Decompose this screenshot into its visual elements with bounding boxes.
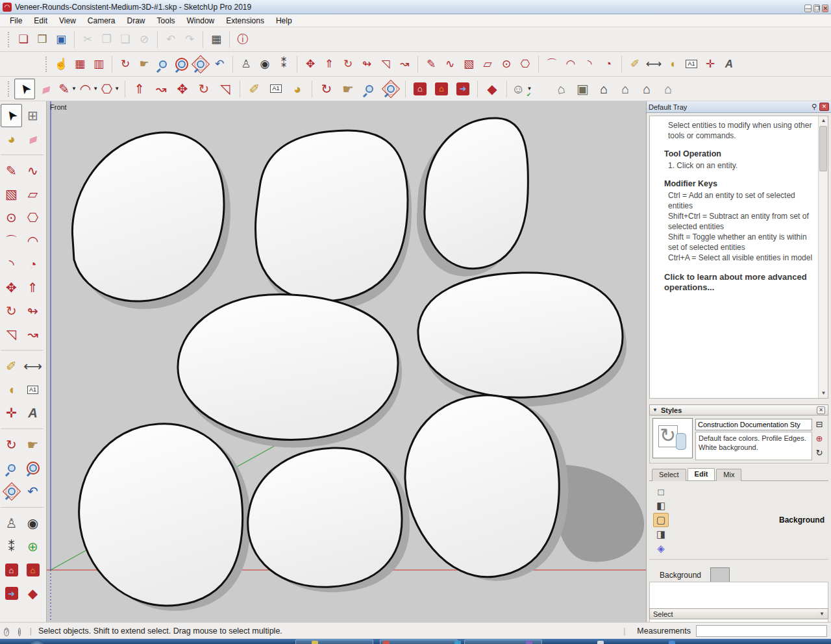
orbit-tool[interactable]: ↻	[1, 433, 22, 456]
tape-measure-tool[interactable]: ✐	[1, 354, 22, 378]
close-button[interactable]: ✕	[822, 5, 828, 12]
erase-button[interactable]: ⊘	[135, 31, 153, 49]
freehand-tool[interactable]: ∿	[22, 159, 43, 182]
select-tool[interactable]: ➤	[1, 104, 22, 127]
taskbar-app-button[interactable]	[380, 639, 458, 644]
toolbar-grip[interactable]	[8, 81, 11, 97]
two-point-arc-tool[interactable]: ◠	[562, 55, 580, 73]
text-tool[interactable]: A1	[22, 378, 43, 401]
redo-button[interactable]: ↷	[180, 31, 199, 49]
move-tool[interactable]: ✥	[172, 79, 193, 99]
axes-tool[interactable]: ✛	[701, 55, 719, 73]
taskbar-app-button[interactable]	[295, 639, 373, 644]
instructor-toggle-icon[interactable]: ?	[4, 628, 9, 636]
rotate-tool[interactable]: ↻	[193, 79, 214, 99]
extension-warehouse-button[interactable]: ⌂	[22, 558, 43, 582]
paint-bucket-tool[interactable]: ◕	[1, 127, 22, 151]
stone-2[interactable]	[256, 130, 408, 301]
taskbar-icon-hint[interactable]	[312, 641, 318, 644]
sign-in-button[interactable]: ☺✔▼	[511, 79, 532, 99]
left-view-button[interactable]: ⌂	[636, 79, 657, 99]
zoom-tool[interactable]	[1, 456, 22, 480]
circle-tool[interactable]: ⊙	[1, 206, 22, 229]
text-tool[interactable]: A1	[682, 55, 701, 73]
protractor-tool[interactable]: ◖	[1, 378, 22, 401]
make-component-tool[interactable]: ⊞	[22, 104, 43, 127]
taskbar-icon-hint[interactable]	[454, 641, 461, 644]
rotated-rectangle-tool[interactable]: ▱	[22, 182, 43, 206]
create-new-style-button[interactable]: ⊕	[816, 434, 823, 443]
rotated-rectangle-tool[interactable]: ▱	[478, 55, 497, 73]
new-document-button[interactable]: ❏	[14, 31, 32, 49]
offset-tool[interactable]: ↝	[395, 55, 414, 73]
walk-tool[interactable]: ⁑	[1, 535, 22, 558]
front-view-button[interactable]: ⌂	[593, 79, 614, 99]
toolbar-grip[interactable]	[45, 56, 49, 72]
zoom-tool[interactable]	[154, 55, 172, 73]
scale-tool[interactable]: ◹	[377, 55, 395, 73]
tape-measure-tool[interactable]: ✐	[244, 79, 265, 99]
line-tool[interactable]: ✎▼	[57, 79, 78, 99]
look-around-tool[interactable]: ◉	[22, 512, 43, 535]
zoom-previous-tool[interactable]: ↶	[210, 55, 229, 73]
three-point-arc-tool[interactable]: ◝	[580, 55, 599, 73]
tray-close-icon[interactable]: ✕	[819, 103, 829, 111]
select-tool[interactable]: ➤	[14, 79, 35, 99]
menu-help[interactable]: Help	[270, 15, 298, 27]
rotate-tool[interactable]: ↻	[1, 299, 22, 323]
extension-manager-button[interactable]: ◆	[22, 582, 43, 605]
top-view-button[interactable]: ▣	[572, 79, 593, 99]
push-pull-tool[interactable]: ⇑	[129, 79, 150, 99]
model-viewport[interactable]: Front	[47, 101, 646, 622]
menu-window[interactable]: Window	[181, 15, 221, 27]
menu-file[interactable]: File	[4, 15, 28, 27]
line-tool[interactable]: ✎	[1, 159, 22, 182]
taskbar-icon-hint[interactable]	[526, 641, 532, 644]
taskbar-icon-hint[interactable]	[383, 641, 390, 644]
style-thumbnail[interactable]: ↻	[652, 418, 693, 458]
zoom-tool[interactable]	[359, 79, 380, 99]
status-info-icon[interactable]: i	[18, 628, 21, 636]
pie-tool[interactable]: ◔	[599, 55, 617, 73]
walk-tool[interactable]: ⁑	[275, 55, 293, 73]
minimize-button[interactable]: —	[804, 5, 812, 12]
position-camera-tool[interactable]: ♙	[237, 55, 255, 73]
dropdown-arrow-icon[interactable]: ▼	[114, 86, 119, 92]
move-tool[interactable]: ✥	[1, 276, 22, 299]
arc-tool[interactable]: ⌒	[543, 55, 561, 73]
right-view-button[interactable]: ⌂	[658, 79, 678, 99]
taskbar-icon-hint[interactable]	[669, 641, 675, 644]
scale-tool[interactable]: ◹	[215, 79, 236, 99]
rectangle-tool[interactable]: ▧	[460, 55, 478, 73]
follow-me-tool[interactable]: ↬	[22, 299, 43, 323]
pan-tool[interactable]: ☛	[22, 433, 43, 456]
extension-manager-button[interactable]: ◆	[482, 79, 502, 99]
style-name-input[interactable]	[695, 419, 812, 430]
pin-icon[interactable]: ⚲	[812, 103, 817, 111]
three-point-arc-tool[interactable]: ◝	[1, 253, 22, 276]
zoom-previous-tool[interactable]: ↶	[22, 480, 43, 503]
watermark-settings-icon[interactable]: ◨	[653, 527, 669, 541]
stone-4[interactable]	[418, 273, 623, 397]
polygon-tool[interactable]: ⎔	[516, 55, 534, 73]
maximize-button[interactable]: ❐	[813, 5, 820, 12]
windows-taskbar[interactable]	[0, 639, 831, 644]
dropdown-arrow-icon[interactable]: ▼	[93, 86, 98, 92]
push-pull-tool[interactable]: ⇑	[320, 55, 338, 73]
rotate-tool[interactable]: ↻	[339, 55, 357, 73]
modeling-settings-icon[interactable]: ◈	[653, 541, 669, 556]
menu-tools[interactable]: Tools	[151, 15, 181, 27]
expand-triangle-icon[interactable]: ▼	[819, 611, 825, 617]
polygon-tool[interactable]: ⎔	[22, 206, 43, 229]
pan-tool[interactable]: ☛	[338, 79, 358, 99]
menu-edit[interactable]: Edit	[28, 15, 53, 27]
move-tool[interactable]: ✥	[301, 55, 319, 73]
instructor-advanced-link[interactable]: Click to learn about more advanced opera…	[664, 272, 815, 293]
pan-tool[interactable]: ☛	[135, 55, 153, 73]
zoom-window-tool[interactable]	[173, 55, 191, 73]
3d-warehouse-button[interactable]: ⌂	[1, 558, 22, 582]
menu-draw[interactable]: Draw	[121, 15, 151, 27]
line-tool[interactable]: ✎	[422, 55, 440, 73]
taskbar-icon-hint[interactable]	[597, 641, 604, 644]
scroll-up-icon[interactable]: ▲	[819, 116, 828, 125]
